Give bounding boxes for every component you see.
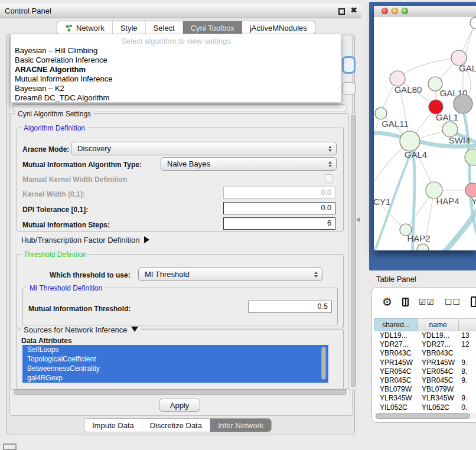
manual-kernel-label: Manual Kernel Width Definition <box>22 175 127 184</box>
node-gray[interactable] <box>454 94 472 113</box>
table-cell: YER054C <box>418 367 459 376</box>
sources-title: Sources for Network Inference <box>24 325 128 334</box>
tab-network[interactable]: Network <box>57 21 113 34</box>
attributes-list-scrollbar[interactable] <box>321 347 326 380</box>
bottom-tabs: Impute DataDiscretize DataInfer Network <box>84 418 272 432</box>
node-swi4[interactable] <box>465 149 476 165</box>
table-body: YDL19...YDL19...13YDR27...YDR27...12YBR0… <box>374 331 476 413</box>
network-edge-highlighted[interactable] <box>439 207 476 250</box>
column-layout-icon[interactable] <box>402 298 409 306</box>
table-panel-title: Table Panel <box>376 275 416 283</box>
node-gal1-label: GAL1 <box>436 112 458 122</box>
table-horizontal-scrollbar[interactable] <box>375 413 476 419</box>
splitter-collapse-arrow[interactable] <box>356 217 360 222</box>
table-cell: YLR345W <box>374 394 418 403</box>
node-top-partial[interactable] <box>470 17 476 29</box>
tab-impute-data[interactable]: Impute Data <box>84 419 142 432</box>
mi-type-combo[interactable]: Naive Bayes <box>161 157 337 171</box>
node-gcy1-label: GCY1 <box>374 197 390 207</box>
deselect-all-checkboxes-icon[interactable]: ☐☐ <box>445 297 461 306</box>
control-panel-titlebar: Control Panel ✖ <box>0 4 361 18</box>
mi-threshold-field[interactable]: 0.5 <box>248 301 332 313</box>
close-traffic-light-icon[interactable] <box>382 8 388 14</box>
select-all-checkboxes-icon[interactable]: ☑☑ <box>419 297 435 306</box>
hidden-combo-edge <box>343 82 356 95</box>
mi-steps-field[interactable]: 6 <box>223 217 335 230</box>
aracne-mode-combo[interactable]: Discovery <box>71 142 337 155</box>
aracne-mode-value: Discovery <box>77 144 111 153</box>
table-cell: 8. <box>459 367 476 376</box>
tab-cyni-toolbox[interactable]: Cyni Toolbox <box>183 21 242 34</box>
hub-tf-definition-toggle[interactable]: Hub/Transcription Factor Definition <box>21 236 149 244</box>
table-row[interactable]: YBR043CYBR043C <box>374 349 476 358</box>
algorithm-option[interactable]: ARACNE Algorithm <box>11 65 341 74</box>
table-cell: YER054C <box>374 367 418 376</box>
table-row[interactable]: YER054CYER054C8. <box>374 367 476 376</box>
node-gal11[interactable] <box>375 107 387 119</box>
algorithm-option[interactable]: Mutual Information Inference <box>11 74 341 84</box>
vscroll-thumb[interactable] <box>351 115 356 387</box>
table-row[interactable]: YDL19...YDL19...13 <box>374 331 476 340</box>
algorithm-dropdown-list: Bayesian – Hill ClimbingBasic Correlatio… <box>11 46 341 103</box>
table-row[interactable]: YBR045CYBR045C9. <box>374 376 476 385</box>
which-threshold-combo[interactable]: MI Threshold <box>138 268 322 281</box>
table-cell: 12 <box>459 340 476 349</box>
attribute-list-item[interactable]: gal4RGexp <box>22 373 328 383</box>
node-gal4[interactable] <box>400 131 420 151</box>
tab-discretize-data[interactable]: Discretize Data <box>142 419 210 432</box>
settings-vertical-scrollbar[interactable] <box>350 113 357 390</box>
table-row[interactable]: YLR345WYLR345W9. <box>374 394 476 403</box>
dpi-tolerance-field[interactable]: 0.0 <box>223 202 335 214</box>
attribute-list-item[interactable]: BetweennessCentrality <box>22 364 328 373</box>
table-cell: YDL19... <box>374 331 418 340</box>
data-attributes-label: Data Attributes <box>21 337 72 345</box>
table-cell: YDL19... <box>418 331 459 340</box>
table-row[interactable]: YDR27...YDR27...12 <box>374 340 476 349</box>
network-edge[interactable] <box>374 113 381 190</box>
column-header[interactable]: name <box>418 318 459 331</box>
node-gal11-label: GAL11 <box>382 119 409 129</box>
table-row[interactable]: YBL079WYBL079W <box>374 385 476 394</box>
table-cell <box>459 349 476 358</box>
node-hap4-label: HAP4 <box>436 196 459 206</box>
table-row[interactable]: YPR145WYPR145W9. <box>374 358 476 367</box>
hscroll-thumb[interactable] <box>14 390 347 395</box>
apply-button[interactable]: Apply <box>159 399 200 412</box>
column-header[interactable]: shared... <box>374 318 418 331</box>
which-threshold-value: MI Threshold <box>145 270 190 279</box>
tab-style[interactable]: Style <box>113 21 146 34</box>
attribute-list-item[interactable]: SelfLoops <box>22 345 328 354</box>
table-cell <box>459 385 476 394</box>
node-y-partial[interactable] <box>465 183 476 197</box>
sources-toggle[interactable]: Sources for Network Inference <box>21 325 141 334</box>
manual-kernel-checkbox[interactable] <box>325 174 333 182</box>
algorithm-option[interactable]: Bayesian – Hill Climbing <box>11 46 341 56</box>
zoom-traffic-light-icon[interactable] <box>402 8 408 14</box>
network-canvas[interactable]: GALGAL80GAL10GAL11GAL1SWI4GAL4GCY1HAP4YH… <box>374 17 476 250</box>
table-cell: YBL079W <box>418 385 459 394</box>
table-cell: YBR043C <box>418 349 459 358</box>
tab-select[interactable]: Select <box>146 21 183 34</box>
algorithm-option[interactable]: Bayesian – K2 <box>11 84 341 93</box>
table-row[interactable]: YIL052CYIL052C0. <box>374 403 476 412</box>
attribute-list-item[interactable]: TopologicalCoefficient <box>22 354 328 364</box>
kernel-width-label: Kernel Width (0,1): <box>22 190 85 198</box>
tab-infer-network[interactable]: Infer Network <box>210 419 271 432</box>
control-panel-title: Control Panel <box>0 6 51 15</box>
tab-jactivemnodules[interactable]: jActiveMNodules <box>242 21 315 34</box>
algorithm-option[interactable]: Dream8 DC_TDC Algorithm <box>11 93 341 103</box>
data-attributes-list[interactable]: SelfLoopsTopologicalCoefficientBetweenne… <box>22 345 328 386</box>
float-window-icon[interactable] <box>338 8 345 15</box>
column-header[interactable] <box>459 318 476 331</box>
node-gal4-label: GAL4 <box>405 149 427 159</box>
table-hscroll-thumb[interactable] <box>376 413 470 419</box>
document-icon[interactable] <box>471 296 476 307</box>
minimize-traffic-light-icon[interactable] <box>392 8 398 14</box>
node-hap2-label: HAP2 <box>407 233 430 243</box>
network-window-titlebar[interactable] <box>374 6 476 17</box>
settings-gear-icon[interactable]: ⚙ <box>382 295 392 308</box>
algorithm-option[interactable]: Basic Correlation Inference <box>11 56 341 65</box>
close-window-icon[interactable]: ✖ <box>350 5 357 15</box>
table-cell: YDR27... <box>418 340 459 349</box>
collapsed-panel-box[interactable] <box>3 444 17 450</box>
